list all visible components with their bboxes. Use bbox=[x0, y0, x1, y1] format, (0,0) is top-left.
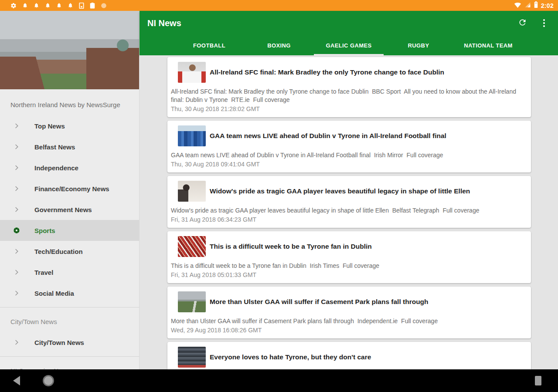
chevron-right-icon bbox=[13, 269, 20, 276]
tab-rugby[interactable]: RUGBY bbox=[384, 35, 453, 55]
bell-icon bbox=[34, 2, 39, 9]
page-title: NI News bbox=[147, 18, 181, 28]
recents-button[interactable] bbox=[535, 376, 541, 385]
clipboard-icon bbox=[90, 3, 95, 9]
article-thumbnail bbox=[178, 181, 206, 202]
chevron-right-icon bbox=[13, 143, 20, 150]
article-date: Fri, 31 Aug 2018 06:34:23 GMT bbox=[171, 216, 527, 224]
chevron-right-icon bbox=[13, 122, 20, 129]
article-title: Everyone loves to hate Tyrone, but they … bbox=[210, 353, 371, 362]
overflow-menu-icon bbox=[543, 19, 545, 27]
chevron-right-icon bbox=[13, 248, 20, 255]
bell-icon bbox=[68, 2, 73, 9]
sidebar-item-label: Sports bbox=[34, 227, 55, 234]
sidebar-item-travel[interactable]: Travel bbox=[0, 262, 139, 283]
section-header-city-town-news: City/Town News bbox=[0, 311, 139, 332]
sidebar-item-label: Belfast News bbox=[34, 143, 75, 151]
chevron-right-icon bbox=[13, 339, 20, 346]
wifi-icon bbox=[514, 2, 521, 10]
divider bbox=[0, 307, 139, 308]
article-title: All-Ireland SFC final: Mark Bradley the … bbox=[210, 68, 444, 77]
tab-bar: FOOTBALL BOXING GAELIC GAMES RUGBY NATIO… bbox=[140, 35, 558, 55]
article-card[interactable]: More than Ulster GAA will suffer if Case… bbox=[167, 287, 531, 338]
sidebar-item-social-media[interactable]: Social Media bbox=[0, 283, 139, 304]
drawer-header-photo bbox=[0, 11, 140, 89]
cellular-icon bbox=[524, 2, 531, 10]
article-title: GAA team news LIVE ahead of Dublin v Tyr… bbox=[210, 132, 446, 140]
app-header: NI News FOOTBALL BOXING GAELIC GAMES RUG… bbox=[140, 11, 558, 55]
divider bbox=[0, 356, 139, 357]
sidebar-item-tech-education[interactable]: Tech/Education bbox=[0, 241, 139, 262]
article-title: Widow's pride as tragic GAA player leave… bbox=[210, 187, 470, 196]
battery-icon bbox=[534, 1, 538, 10]
chevron-right-icon bbox=[13, 206, 20, 213]
sidebar-item-city-town-news[interactable]: City/Town News bbox=[0, 332, 139, 353]
sidebar-item-independence[interactable]: Independence bbox=[0, 157, 139, 178]
article-card[interactable]: All-Ireland SFC final: Mark Bradley the … bbox=[167, 57, 531, 117]
article-card[interactable]: This is a difficult week to be a Tyrone … bbox=[167, 231, 531, 283]
article-thumbnail bbox=[178, 125, 206, 146]
sidebar-item-label: City/Town News bbox=[34, 339, 84, 346]
tab-boxing[interactable]: BOXING bbox=[244, 35, 314, 55]
article-summary: All-Ireland SFC final: Mark Bradley the … bbox=[171, 88, 527, 104]
article-summary: Widow's pride as tragic GAA player leave… bbox=[171, 206, 527, 215]
article-thumbnail bbox=[178, 236, 206, 257]
chevron-right-icon bbox=[13, 290, 20, 297]
article-date: Thu, 30 Aug 2018 21:28:02 GMT bbox=[171, 105, 527, 113]
article-title: This is a difficult week to be a Tyrone … bbox=[210, 242, 372, 251]
sidebar-item-sports[interactable]: Sports bbox=[0, 220, 139, 241]
article-thumbnail bbox=[178, 62, 206, 83]
home-button[interactable] bbox=[43, 375, 54, 386]
sidebar-item-government-news[interactable]: Government News bbox=[0, 199, 139, 220]
app-bar: NI News bbox=[140, 11, 558, 35]
sidebar-item-label: Travel bbox=[34, 269, 53, 276]
article-date: Wed, 29 Aug 2018 16:08:26 GMT bbox=[171, 326, 527, 335]
article-summary: This is a difficult week to be a Tyrone … bbox=[171, 262, 527, 270]
screen-overlay-icon bbox=[79, 3, 84, 9]
article-card[interactable]: Everyone loves to hate Tyrone, but they … bbox=[167, 342, 531, 369]
sidebar-item-label: Finance/Economy News bbox=[34, 185, 109, 193]
article-card[interactable]: Widow's pride as tragic GAA player leave… bbox=[167, 176, 531, 228]
section-header-ni-companies-news: NI Companies News bbox=[0, 360, 139, 369]
drawer-caption: Northern Ireland News by NewsSurge bbox=[0, 89, 139, 115]
article-summary: GAA team news LIVE ahead of Dublin v Tyr… bbox=[171, 151, 527, 159]
article-date: Thu, 30 Aug 2018 09:41:04 GMT bbox=[171, 160, 527, 169]
sidebar-item-label: Independence bbox=[34, 164, 78, 172]
bell-icon bbox=[45, 2, 51, 9]
refresh-icon bbox=[518, 18, 527, 29]
article-date: Fri, 31 Aug 2018 05:01:33 GMT bbox=[171, 271, 527, 279]
chevron-right-icon bbox=[13, 185, 20, 192]
article-list: All-Ireland SFC final: Mark Bradley the … bbox=[140, 55, 558, 369]
tab-national-team[interactable]: NATIONAL TEAM bbox=[453, 35, 523, 55]
overflow-menu-button[interactable] bbox=[538, 17, 550, 29]
sidebar-item-label: Tech/Education bbox=[34, 248, 83, 255]
status-bar: 2:02 bbox=[0, 0, 558, 11]
back-button[interactable] bbox=[13, 376, 20, 385]
article-title: More than Ulster GAA will suffer if Case… bbox=[210, 297, 429, 306]
sidebar-item-label: Government News bbox=[34, 206, 92, 213]
football-icon bbox=[13, 226, 20, 235]
refresh-button[interactable] bbox=[516, 17, 528, 29]
status-clock: 2:02 bbox=[541, 2, 554, 9]
tab-football[interactable]: FOOTBALL bbox=[174, 35, 244, 55]
sidebar-item-finance-economy-news[interactable]: Finance/Economy News bbox=[0, 178, 139, 199]
sidebar-item-label: Social Media bbox=[34, 290, 74, 297]
tab-gaelic-games[interactable]: GAELIC GAMES bbox=[314, 35, 384, 55]
bell-icon bbox=[22, 2, 28, 9]
sidebar-item-belfast-news[interactable]: Belfast News bbox=[0, 136, 139, 157]
article-thumbnail bbox=[178, 347, 206, 368]
article-thumbnail bbox=[178, 291, 206, 312]
system-nav-bar bbox=[0, 369, 558, 392]
navigation-drawer: Northern Ireland News by NewsSurge Top N… bbox=[0, 11, 140, 369]
dim-circle-icon bbox=[101, 3, 107, 9]
article-summary: More than Ulster GAA will suffer if Case… bbox=[171, 317, 527, 325]
sidebar-item-top-news[interactable]: Top News bbox=[0, 115, 139, 136]
article-card[interactable]: GAA team news LIVE ahead of Dublin v Tyr… bbox=[167, 121, 531, 172]
chevron-right-icon bbox=[13, 164, 20, 171]
gear-icon bbox=[10, 3, 17, 9]
bell-icon bbox=[56, 2, 62, 9]
sidebar-item-label: Top News bbox=[34, 122, 65, 130]
